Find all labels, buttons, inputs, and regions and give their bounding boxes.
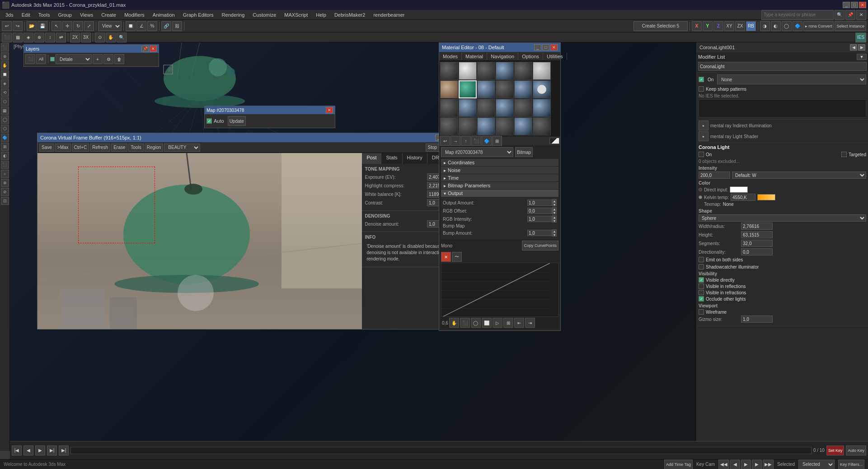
radio-direct[interactable] [699, 188, 702, 191]
curve-graph[interactable] [441, 263, 558, 317]
curve-ctrl-3[interactable]: ◯ [471, 318, 481, 328]
render1-btn[interactable]: ◑ [760, 21, 770, 31]
keep-sharp-checkbox[interactable] [699, 86, 704, 92]
tb2-r1[interactable]: IES [855, 33, 866, 42]
undo-btn[interactable]: ↩ [2, 21, 12, 31]
sidebar-icon-6[interactable]: ⟲ [1, 88, 9, 97]
sphere-3-5[interactable] [533, 117, 551, 135]
save-btn[interactable]: 💾 [38, 21, 47, 31]
vis-reflections-checkbox[interactable] [699, 283, 704, 289]
fb-tomax[interactable]: >Max [55, 144, 71, 152]
y-btn[interactable]: Y [703, 21, 713, 31]
angle-btn[interactable]: ∠ [136, 21, 146, 31]
me-menu-utilities[interactable]: Utilities [543, 53, 567, 60]
fb-tools[interactable]: Tools [128, 144, 143, 152]
fb-tab-stats[interactable]: Stats [381, 153, 402, 164]
shadowcatcher-checkbox[interactable] [699, 264, 704, 269]
redo-btn[interactable]: ↪ [13, 21, 23, 31]
timeline-bar[interactable] [70, 447, 812, 454]
z-btn[interactable]: Z [713, 21, 723, 31]
me-close[interactable]: ✕ [550, 44, 558, 51]
render2-btn[interactable]: ◐ [771, 21, 781, 31]
me-menu-navigation[interactable]: Navigation [487, 53, 518, 60]
orbit-btn[interactable]: ⊙ [95, 33, 105, 42]
menu-create[interactable]: Create [98, 11, 120, 19]
layers-pin[interactable]: 📌 [141, 46, 149, 52]
curve-ctrl-5[interactable]: ▷ [493, 318, 502, 328]
menu-modifiers[interactable]: Modifiers [121, 11, 148, 19]
pan-btn[interactable]: ✋ [106, 33, 116, 42]
tl-play[interactable]: ▶ [35, 446, 45, 455]
sphere-3-3[interactable] [496, 117, 514, 135]
convert-btn[interactable]: ▸ rona Convert [803, 21, 834, 31]
intensity-unit[interactable]: Default: W [732, 172, 866, 179]
tl-end[interactable]: ▶| [59, 446, 69, 455]
me-max[interactable]: □ [542, 44, 549, 51]
layers-trash[interactable]: 🗑 [114, 54, 124, 64]
sphere-1-3[interactable] [496, 80, 514, 98]
me-tb-3[interactable]: ↑ [461, 136, 471, 146]
sidebar-icon-7[interactable]: ⬡ [1, 98, 9, 106]
sidebar-icon-11[interactable]: 🔷 [1, 134, 9, 142]
height-input[interactable] [741, 231, 773, 238]
me-menu-options[interactable]: Options [518, 53, 543, 60]
noise-header[interactable]: ▸ Noise [441, 167, 558, 174]
sidebar-icon-17[interactable]: ⊘ [1, 188, 9, 196]
move-btn[interactable]: ✛ [62, 21, 72, 31]
sidebar-icon-12[interactable]: ⊞ [1, 143, 9, 151]
tb2-1[interactable]: ⬛ [2, 33, 12, 42]
tl-next[interactable]: ▶| [47, 446, 57, 455]
me-menu-material[interactable]: Material [462, 53, 487, 60]
auto-checkbox[interactable]: ✓ [206, 118, 212, 124]
sidebar-icon-15[interactable]: ⟐ [1, 170, 9, 178]
fb-channel-select[interactable]: BEAUTY [164, 144, 200, 152]
sidebar-icon-18[interactable]: ⊡ [1, 197, 9, 205]
rgb-level-down[interactable]: ▼ [552, 219, 557, 223]
cl-on-checkbox[interactable] [699, 152, 704, 157]
gizmo-input[interactable] [741, 316, 773, 323]
zoom-btn[interactable]: 🔍 [117, 33, 127, 42]
percent-btn[interactable]: % [147, 21, 157, 31]
close-search-btn[interactable]: ✕ [856, 10, 866, 20]
sphere-0-4[interactable] [514, 62, 532, 80]
bump-amount-input[interactable] [527, 230, 552, 236]
sphere-3-0[interactable] [440, 117, 458, 135]
menu-maxscript[interactable]: MAXScript [281, 11, 311, 19]
map-close[interactable]: ✕ [326, 107, 333, 113]
me-menu-modes[interactable]: Modes [439, 53, 462, 60]
sidebar-icon-14[interactable]: ⬛ [1, 161, 9, 169]
fb-erase[interactable]: Erase [111, 144, 127, 152]
curve-ctrl-6[interactable]: ⊞ [503, 318, 513, 328]
tb2-7[interactable]: 2X [70, 33, 80, 42]
menu-animation[interactable]: Animation [149, 11, 178, 19]
bump-amount-up[interactable]: ▲ [552, 229, 557, 233]
coordinates-header[interactable]: ▸ Coordinates [441, 159, 558, 166]
sphere-1-5[interactable] [533, 80, 551, 98]
menu-3ds[interactable]: 3ds [2, 11, 17, 19]
sphere-0-2[interactable] [477, 62, 495, 80]
tb2-5[interactable]: ↕ [45, 33, 55, 42]
curve-add[interactable]: 〜 [452, 252, 462, 262]
rgb-offset-down[interactable]: ▼ [552, 211, 557, 214]
sidebar-icon-4[interactable]: 🔲 [1, 70, 9, 79]
none-dropdown[interactable]: None [717, 74, 866, 84]
render3-btn[interactable]: ◯ [782, 21, 792, 31]
sidebar-icon-10[interactable]: ⬡ [1, 125, 9, 133]
sphere-1-4[interactable] [514, 80, 532, 98]
layers-select[interactable]: Detale [56, 54, 92, 64]
kelvin-input[interactable] [731, 194, 755, 201]
menu-graph-editors[interactable]: Graph Editors [179, 11, 217, 19]
menu-group[interactable]: Group [54, 11, 75, 19]
me-min[interactable]: _ [534, 44, 541, 51]
sphere-2-0[interactable] [440, 99, 458, 117]
sphere-1-0[interactable] [440, 80, 458, 98]
sidebar-icon-5[interactable]: ◈ [1, 79, 9, 88]
sidebar-icon-2[interactable]: ⊕ [1, 52, 9, 60]
curve-delete[interactable]: ✕ [441, 252, 451, 262]
sidebar-icon-13[interactable]: ◐ [1, 152, 9, 160]
output-header[interactable]: ▾ Output [441, 190, 558, 197]
segments-input[interactable] [741, 240, 773, 247]
maximize-btn[interactable]: □ [851, 2, 858, 8]
me-tb-6[interactable]: ⊞ [492, 136, 502, 146]
sidebar-icon-16[interactable]: ⊗ [1, 179, 9, 187]
